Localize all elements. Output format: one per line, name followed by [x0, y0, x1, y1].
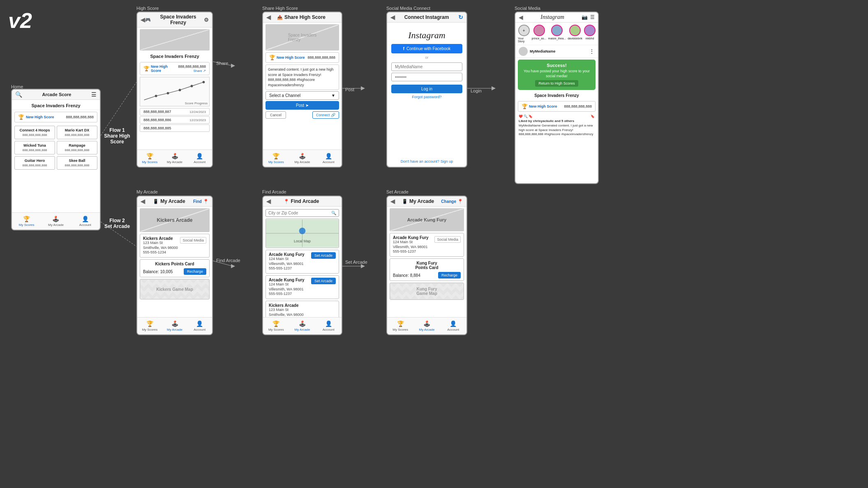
list-item[interactable]: Guitar Hero 888,888,888,888 — [14, 156, 55, 170]
post-button[interactable]: Post ➤ — [265, 101, 339, 110]
fb-connect-button[interactable]: f Continue with Facebook — [391, 44, 462, 53]
story-label: mkbhd — [585, 37, 594, 40]
tab-account[interactable]: 👤 Account — [187, 150, 212, 167]
change-link[interactable]: Change — [441, 199, 456, 204]
back-button[interactable]: ◀ — [266, 198, 271, 205]
back-button[interactable]: ◀ — [390, 14, 395, 21]
arcade-icon: 🕹️ — [299, 320, 306, 327]
svg-marker-14 — [361, 86, 365, 90]
tab-my-scores[interactable]: 🏆 My Scores — [263, 150, 289, 167]
back-button[interactable]: ◀ — [141, 198, 145, 205]
social-media-phone: ◀ Instagram 📷 ☰ + Your Story prince_as..… — [515, 12, 599, 184]
tab-my-arcade[interactable]: 🕹️ My Arcade — [162, 318, 187, 334]
share-link[interactable]: Share ↗ — [193, 69, 206, 73]
cancel-button[interactable]: Cancel — [265, 111, 286, 119]
success-popup: Success! You have posted your high score… — [518, 60, 596, 90]
back-button[interactable]: ◀ — [141, 16, 145, 23]
home-header: 🔍 Arcade Score ☰ — [12, 90, 100, 100]
story-item[interactable]: maisie_thea... — [548, 25, 566, 43]
back-button[interactable]: ◀ — [266, 14, 271, 21]
list-item[interactable]: Wicked Tuna 888,888,888,888 — [14, 141, 55, 154]
tab-my-arcade[interactable]: 🕹️ My Arcade — [413, 318, 440, 334]
return-button[interactable]: Return to High Scores — [535, 80, 578, 87]
more-icon[interactable]: ⋮ — [589, 48, 595, 55]
social-connect-section-label: Social Media Connect — [386, 6, 430, 11]
svg-marker-12 — [231, 64, 235, 68]
find-arcade-result: Set Arcade Arcade Kung Fury 124 Main StV… — [265, 250, 339, 274]
username-input[interactable] — [391, 62, 462, 71]
tab-account[interactable]: 👤 Account — [315, 318, 342, 334]
password-input[interactable] — [391, 73, 462, 81]
list-item[interactable]: Mario Kart DX 888,888,888,888 — [57, 126, 97, 139]
select-channel-container[interactable]: Select a Channel ▼ — [265, 91, 339, 100]
story-item[interactable]: daviddobrik — [568, 25, 582, 43]
tab-my-scores[interactable]: 🏆 My Scores — [137, 150, 162, 167]
social-media-button[interactable]: Social Media — [434, 236, 461, 243]
list-item[interactable]: Skee Ball 888,888,888,888 — [57, 156, 97, 170]
back-button[interactable]: ◀ — [519, 14, 523, 21]
back-button[interactable]: ◀ — [390, 198, 395, 205]
hs-nav-tabs: 🏆 My Scores 🕹️ My Arcade 👤 Account — [137, 150, 212, 167]
game-name-overlay: Space InvadersFrenzy — [288, 33, 317, 42]
liked-by: ❤️ 🔍 🔖 🔖 — [519, 115, 595, 118]
story-item[interactable]: + Your Story — [518, 25, 530, 43]
search-icon[interactable]: 🔍 — [15, 91, 22, 98]
share-hs-title: Share High Score — [284, 14, 326, 20]
story-item[interactable]: mkbhd — [584, 25, 596, 43]
recharge-button[interactable]: Recharge — [184, 268, 206, 275]
set-balance-value: Balance: 8,884 — [393, 273, 420, 278]
share-hs-phone: ◀ 📤 Share High Score Space InvadersFrenz… — [262, 12, 342, 168]
generated-content: Generated content. I just got a new high… — [265, 64, 339, 90]
trophy-icon: 🏆 — [18, 114, 24, 120]
find-link[interactable]: Find — [193, 199, 202, 204]
camera-icon[interactable]: 📷 — [582, 14, 588, 20]
find-arcade-title: Find Arcade — [291, 198, 319, 204]
account-icon: 👤 — [325, 320, 332, 327]
login-button[interactable]: Log in — [391, 85, 462, 93]
settings-icon[interactable]: ⚙ — [204, 17, 209, 23]
tab-account[interactable]: 👤 Account — [187, 318, 212, 334]
set-recharge-button[interactable]: Recharge — [438, 272, 461, 279]
set-points-card-title: Kung FuryPoints Card — [393, 261, 461, 270]
tab-my-arcade[interactable]: 🕹️ My Arcade — [289, 150, 316, 167]
find-arcade-nav-tabs: 🏆 My Scores 🕹️ My Arcade 👤 Account — [263, 317, 342, 334]
set-arcade-info-card: Social Media Arcade Kung Fury 124 Main S… — [390, 233, 464, 257]
tab-my-scores[interactable]: 🏆 My Scores — [387, 318, 413, 334]
tab-my-arcade[interactable]: 🕹️ My Arcade — [289, 318, 316, 334]
my-arcade-phone: ◀ 📱 My Arcade Find 📍 Kickers Arcade Soci… — [136, 196, 213, 335]
set-arcade-button-1[interactable]: Set Arcade — [311, 252, 336, 259]
location-icon: 📍 — [203, 199, 209, 204]
list-item[interactable]: Rampage 888,888,888,888 — [57, 141, 97, 154]
social-media-button[interactable]: Social Media — [180, 237, 206, 244]
connect-button[interactable]: Connect 🔗 — [312, 111, 339, 119]
game-controller-icon: 🎮 — [145, 17, 151, 23]
version-label: v2 — [8, 8, 32, 33]
points-card: Kickers Points Card Balance: 10,005 Rech… — [140, 259, 210, 277]
story-avatar — [533, 25, 545, 36]
select-channel-dropdown[interactable]: Select a Channel ▼ — [265, 91, 339, 100]
search-input[interactable] — [268, 211, 331, 215]
set-arcade-header: ◀ 📱 My Arcade Change 📍 — [387, 196, 466, 207]
refresh-icon[interactable]: ↻ — [458, 14, 463, 21]
svg-marker-16 — [492, 86, 496, 90]
tab-my-arcade[interactable]: 🕹️ My Arcade — [162, 150, 187, 167]
menu-icon[interactable]: ☰ — [91, 91, 97, 98]
tab-my-scores[interactable]: 🏆 My Scores — [263, 318, 289, 334]
search-icon[interactable]: 🔍 — [331, 211, 336, 215]
arcade-name-3: Kickers Arcade — [269, 303, 336, 308]
tab-my-scores[interactable]: 🏆 My Scores — [137, 318, 162, 334]
tab-account[interactable]: 👤 Account — [315, 150, 342, 167]
tab-my-scores[interactable]: 🏆 My Scores — [12, 213, 41, 230]
story-item[interactable]: prince_as... — [531, 25, 546, 43]
set-arcade-button-2[interactable]: Set Arcade — [311, 278, 336, 284]
tab-account[interactable]: 👤 Account — [71, 213, 100, 230]
flow2-label: Flow 2 Set Arcade — [99, 218, 136, 229]
signup-link[interactable]: Don't have an account? Sign up — [387, 159, 466, 163]
home-game-grid: Connect 4 Hoops 888,888,888,888 Mario Ka… — [12, 124, 100, 171]
tab-my-arcade[interactable]: 🕹️ My Arcade — [41, 213, 70, 230]
filter-icon[interactable]: ☰ — [590, 14, 595, 20]
forgot-password-link[interactable]: Forgot password? — [391, 95, 462, 99]
tab-account[interactable]: 👤 Account — [440, 318, 466, 334]
search-bar[interactable]: 🔍 — [265, 209, 339, 217]
list-item[interactable]: Connect 4 Hoops 888,888,888,888 — [14, 126, 55, 139]
